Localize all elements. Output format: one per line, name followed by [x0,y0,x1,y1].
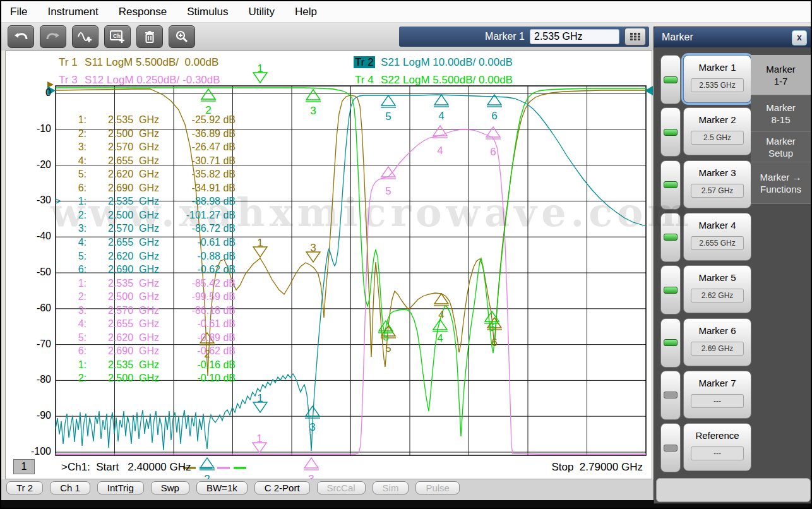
status-tr-2[interactable]: Tr 2 [6,481,43,494]
marker-button-value: 2.62 GHz [691,289,744,302]
readout-rn: 1: [60,278,87,289]
legend-tr2[interactable]: Tr 2 S21 LogM 10.00dB/ 0.00dB [354,56,513,69]
plot-marker-label: 1 [257,392,263,404]
marker-4-button[interactable]: Marker 42.655 GHz [683,213,751,261]
redo-button[interactable] [40,25,66,48]
marker-button-label: Marker 1 [684,62,751,73]
menu-instrument[interactable]: Instrument [47,6,98,18]
tab-label: Functions [760,183,801,195]
readout-rv: -25.92 dB [162,114,236,126]
trace-badge[interactable]: Tr 1 [57,56,79,68]
close-icon[interactable]: x [792,30,807,45]
zoom-button[interactable] [169,25,195,48]
menu-help[interactable]: Help [295,6,317,18]
zoom-icon [175,30,189,44]
trace-format-label: S12 LogM 0.250dB/ -0.30dB [79,74,220,86]
led-indicator-on [664,287,678,294]
tab-1-7[interactable]: Marker1-7 [751,55,811,95]
add-trace-button[interactable] [72,25,99,48]
delete-icon [143,30,156,44]
plot-marker-label: 4 [438,309,444,321]
menu-file[interactable]: File [10,6,27,18]
marker-3-button[interactable]: Marker 32.57 GHz [683,160,751,208]
marker-toggle-8[interactable] [660,423,681,472]
add-channel-icon: Ch [109,30,126,44]
reference-button[interactable]: Reference--- [683,423,751,471]
y-axis-tick: -90 [9,410,51,421]
trace-badge[interactable]: Tr 4 [354,74,375,86]
marker-readout-row: 6:2.690 GHz-0.62 dB [6,264,239,276]
plot-marker-s21-4[interactable] [434,95,448,105]
plot-marker-label: 1 [257,63,263,75]
plot-marker-s12-4[interactable] [433,126,447,136]
trace-badge[interactable]: Tr 3 [57,74,79,86]
led-indicator-off [664,392,678,398]
delete-button[interactable] [136,25,163,48]
add-channel-button[interactable]: Ch [104,25,131,48]
readout-rv: -0.10 dB [162,373,236,384]
plot-marker-label: 5 [385,185,391,197]
plot-marker-s21-3[interactable] [306,406,319,416]
tab-label: Setup [768,147,793,159]
marker-6-button[interactable]: Marker 62.69 GHz [683,318,751,366]
status-inttrig[interactable]: IntTrig [97,481,144,494]
readout-rv: -34.91 dB [162,183,236,194]
tab-setup[interactable]: MarkerSetup [751,132,811,162]
keypad-button[interactable] [624,28,646,45]
menu-response[interactable]: Response [119,6,167,18]
plot-marker-label: 5 [385,342,391,354]
status-swp[interactable]: Swp [151,481,189,494]
marker-readout-row: 2:2.500 GHz-36.89 dB [6,128,239,140]
marker-7-button[interactable]: Marker 7--- [683,371,751,419]
menu-stimulus[interactable]: Stimulus [187,6,228,18]
marker-toggle-2[interactable] [660,107,681,157]
marker-5-button[interactable]: Marker 52.62 GHz [683,265,751,313]
plot-marker-s12-3[interactable] [304,458,318,468]
marker-toggle-3[interactable] [660,160,681,210]
plot-marker-s21-5[interactable] [381,95,395,105]
marker-readout-row: 5:2.620 GHz-0.88 dB [6,251,239,263]
plot-marker-s22-3[interactable] [306,90,320,100]
marker-readout-row: 1:2.535 GHz-85.42 dB [6,278,239,290]
status-pulse[interactable]: Pulse [415,481,460,494]
marker-value-input[interactable] [530,29,619,44]
readout-rv: -0.89 dB [162,332,236,344]
plot-marker-s21-2[interactable] [200,458,214,468]
plot-marker-label: 4 [437,145,443,157]
plot-area[interactable]: 12345612345613456123456 1 >Ch1: Start 2.… [5,51,652,479]
status-srccal[interactable]: SrcCal [317,481,366,494]
readout-rv: -101.27 dB [162,210,236,221]
marker-toggle-5[interactable] [660,265,681,314]
marker-toggle-7[interactable] [660,371,681,420]
plot-marker-s22-2[interactable] [201,89,215,99]
tab-label: Marker [766,135,796,147]
marker-readout-row: 6:2.690 GHz-0.62 dB [6,345,239,357]
marker-toggle-6[interactable] [660,318,681,368]
status-bw-1k[interactable]: BW=1k [196,481,248,494]
trace-badge[interactable]: Tr 2 [354,56,375,68]
tab-8-15[interactable]: Marker8-15 [751,95,811,132]
legend-tr1[interactable]: Tr 1 S11 LogM 5.500dB/ 0.00dB [57,56,218,69]
readout-rn: 4: [60,155,87,167]
readout-rn: 2: [60,291,87,302]
marker-2-button[interactable]: Marker 22.5 GHz [683,107,751,155]
marker-panel-title: Marker [654,27,811,47]
plot-marker-s11-4[interactable] [434,294,448,304]
marker-readout-row: 1:2.535 GHz-0.16 dB [6,359,239,371]
readout-rn: 3: [60,141,87,153]
marker-button-value: 2.69 GHz [691,342,744,356]
tab-functions[interactable]: Marker →Functions [751,162,811,204]
y-axis-tick: 0 [9,87,51,99]
plot-marker-label: 4 [438,110,444,122]
legend-tr3[interactable]: Tr 3 S12 LogM 0.250dB/ -0.30dB [57,74,220,87]
marker-toggle-1[interactable] [660,55,681,104]
legend-tr4[interactable]: Tr 4 S22 LogM 5.500dB/ 0.00dB [354,74,513,87]
marker-readout-row: 3:2.570 GHz-26.47 dB [6,141,239,153]
status-c-2-port[interactable]: C 2-Port [254,481,310,494]
status-sim[interactable]: Sim [373,481,409,494]
marker-toggle-4[interactable] [660,213,681,262]
menu-utility[interactable]: Utility [248,6,275,18]
status-ch-1[interactable]: Ch 1 [50,481,90,494]
undo-button[interactable] [8,25,34,48]
marker-1-button[interactable]: Marker 12.535 GHz [683,55,751,103]
